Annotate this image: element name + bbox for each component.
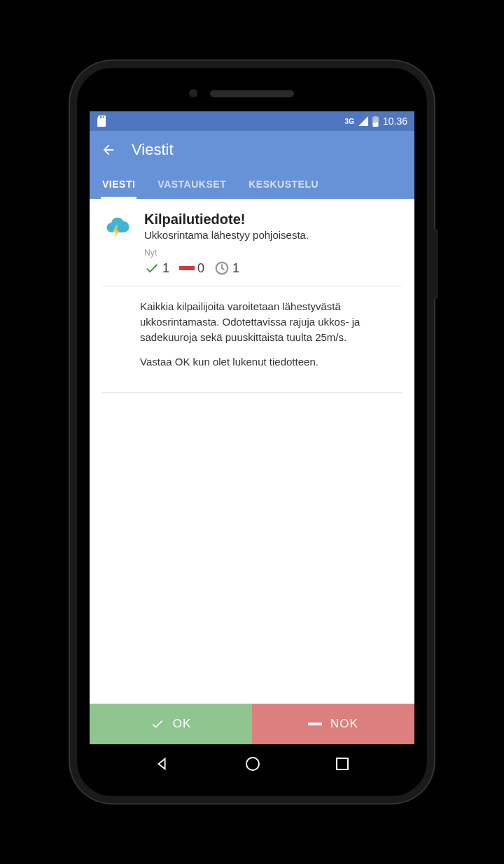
svg-rect-2 (308, 723, 322, 725)
page-title: Viestit (132, 141, 174, 159)
thunderstorm-icon (102, 213, 132, 276)
counter-pending: 1 (214, 260, 239, 276)
signal-icon (358, 116, 368, 126)
status-bar: 3G 10.36 (90, 111, 414, 131)
message-header: Kilpailutiedote! Ukkosrintama lähestyy p… (90, 199, 414, 286)
action-bar: OK NOK (90, 704, 414, 744)
screen: 3G 10.36 Viestit (90, 111, 414, 783)
sdcard-icon (97, 116, 106, 127)
message-body-p2: Vastaa OK kun olet lukenut tiedotteen. (140, 354, 400, 370)
clock-icon (214, 260, 230, 276)
android-nav-bar (90, 744, 414, 783)
count-pending-value: 1 (232, 261, 239, 276)
back-icon[interactable] (101, 142, 116, 158)
svg-rect-0 (179, 266, 195, 270)
network-label: 3G (345, 118, 354, 125)
minus-icon (308, 722, 322, 726)
content: Kilpailutiedote! Ukkosrintama lähestyy p… (90, 199, 414, 704)
svg-point-3 (246, 758, 259, 770)
counter-nok: 0 (179, 261, 204, 276)
now-label: Nyt (144, 248, 400, 258)
app-bar: Viestit VIESTI VASTAUKSET KESKUSTELU (90, 131, 414, 199)
phone-camera (189, 89, 197, 97)
count-ok-value: 1 (162, 261, 169, 276)
divider (102, 392, 402, 393)
tab-viesti[interactable]: VIESTI (101, 172, 136, 199)
minus-icon (179, 265, 195, 272)
check-icon (150, 717, 164, 731)
check-icon (144, 260, 160, 276)
svg-rect-4 (337, 758, 348, 769)
response-counters: 1 0 (144, 260, 400, 276)
status-time: 10.36 (383, 116, 407, 127)
ok-button[interactable]: OK (90, 704, 252, 744)
phone-speaker (210, 90, 294, 97)
nav-recent-icon[interactable] (335, 757, 349, 771)
tab-vastaukset[interactable]: VASTAUKSET (156, 172, 227, 199)
count-nok-value: 0 (197, 261, 204, 276)
message-body: Kaikkia kilpailijoita varoitetaan lähest… (90, 286, 414, 392)
tab-keskustelu[interactable]: KESKUSTELU (247, 172, 320, 199)
nav-home-icon[interactable] (244, 755, 261, 772)
nok-button-label: NOK (330, 717, 358, 731)
nav-back-icon[interactable] (155, 756, 170, 772)
nok-button[interactable]: NOK (252, 704, 414, 744)
phone-frame: 3G 10.36 Viestit (70, 61, 434, 803)
counter-ok: 1 (144, 260, 169, 276)
battery-icon (372, 116, 379, 127)
message-subtitle: Ukkosrintama lähestyy pohjoisesta. (144, 229, 400, 241)
message-body-p1: Kaikkia kilpailijoita varoitetaan lähest… (140, 299, 400, 344)
phone-side-button (434, 229, 438, 299)
ok-button-label: OK (173, 717, 192, 731)
tabs: VIESTI VASTAUKSET KESKUSTELU (101, 172, 403, 199)
message-title: Kilpailutiedote! (144, 211, 400, 228)
